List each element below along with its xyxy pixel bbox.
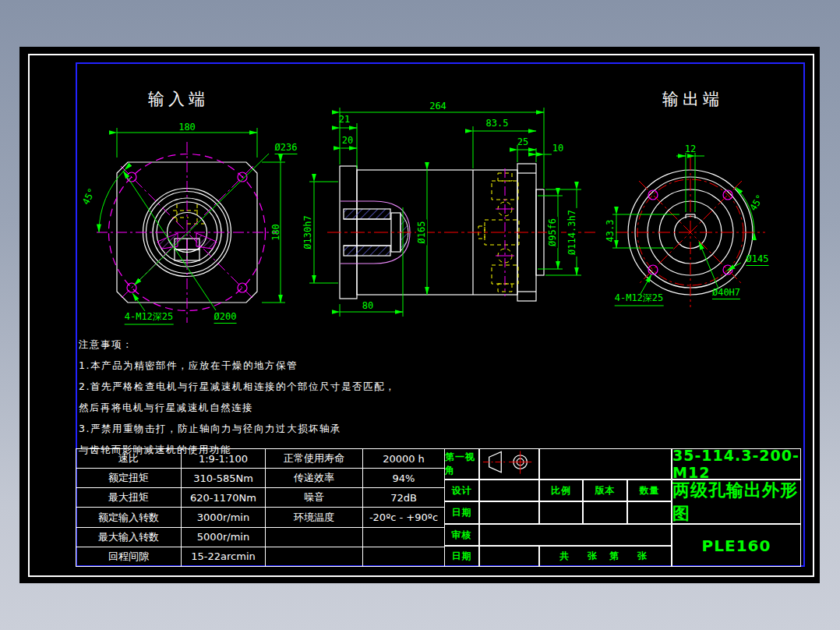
input-view-title: 输入端 — [148, 88, 209, 110]
dim-side-plate-thickness: 25 — [517, 136, 528, 147]
spec-table: 速比 1:9-1:100 正常使用寿命 20000 h 额定扭矩 310-585… — [76, 448, 445, 567]
model-number: PLE160 — [672, 524, 801, 567]
note-line: 1.本产品为精密部件，应放在干燥的地方保管 — [79, 355, 396, 376]
dim-output-key-width: 12 — [685, 143, 696, 154]
dim-output-flange-dia: Ø145 — [746, 253, 769, 266]
table-row: 额定扭矩 310-585Nm 传递效率 94% — [76, 469, 445, 488]
spec-label: 正常使用寿命 — [266, 449, 363, 469]
dim-side-hub-dia: Ø95f6 — [547, 217, 558, 248]
notes-block: 注意事项： 1.本产品为精密部件，应放在干燥的地方保管 2.首先严格检查电机与行… — [79, 334, 396, 460]
date-value-cell — [479, 501, 539, 524]
note-line: 3.严禁用重物击打，防止轴向力与径向力过大损坏轴承 — [79, 418, 396, 439]
audit-value-cell — [479, 524, 672, 546]
version-value-cell — [583, 501, 627, 524]
table-row: 最大输入转数 5000r/min — [76, 527, 445, 547]
date-label: 日期 — [444, 501, 479, 524]
dim-side-total-length: 264 — [429, 101, 446, 111]
title-block: 第一视角 35-114.3-200-M12 设计 比例 版本 数量 两级孔输出外… — [444, 448, 801, 567]
spec-value: 5000r/min — [182, 527, 266, 547]
spec-value: 620-1170Nm — [182, 488, 266, 508]
spec-value: 72dB — [363, 488, 445, 508]
spec-label: 噪音 — [266, 488, 363, 508]
spec-value — [363, 547, 445, 566]
dim-side-input-pilot-dia: Ø130h7 — [302, 215, 313, 249]
dim-side-bottom: 80 — [362, 300, 373, 311]
spec-label: 最大输入转数 — [76, 527, 182, 547]
spec-value — [363, 527, 445, 547]
dim-side-flange-thickness: 21 — [339, 114, 350, 125]
output-view-title: 输出端 — [662, 88, 723, 110]
dim-output-bore: Ø40H7 — [712, 287, 740, 299]
table-row: 回程间隙 15-22arcmin — [76, 547, 445, 566]
dim-side-spigot-dia: Ø114.3h7 — [566, 208, 577, 257]
design-value-cell — [479, 480, 539, 501]
date2-value-cell — [479, 546, 539, 567]
dim-side-output-section: 83.5 — [486, 118, 509, 129]
spec-value: 3000r/min — [182, 508, 266, 527]
dim-input-width: 180 — [178, 122, 196, 133]
spec-label — [266, 547, 363, 566]
drawing-title: 两级孔输出外形图 — [672, 480, 801, 524]
dim-input-holes: 4-M12深25 — [125, 310, 174, 325]
table-row: 速比 1:9-1:100 正常使用寿命 20000 h — [76, 449, 445, 469]
spec-value: 20000 h — [363, 449, 445, 469]
note-line: 然后再将电机与行星减速机自然连接 — [79, 397, 396, 418]
dim-input-height: 180 — [270, 224, 281, 241]
part-number: 35-114.3-200-M12 — [672, 448, 801, 480]
dim-input-bolt-circle: Ø200 — [214, 311, 237, 324]
scale-label: 比例 — [539, 480, 583, 501]
dim-side-body-dia: Ø165 — [416, 220, 427, 246]
table-row: 最大扭矩 620-1170Nm 噪音 72dB — [76, 488, 445, 508]
note-line: 2.首先严格检查电机与行星减速机相连接的个部位尺寸是否匹配， — [79, 376, 396, 397]
scale-value-cell — [539, 501, 583, 524]
cad-viewer-canvas: 输入端 输出端 180 180 Ø236 Ø200 45° 4-M12深25 2… — [0, 0, 840, 630]
dim-output-holes: 4-M12深25 — [615, 292, 664, 306]
spec-label: 速比 — [76, 449, 182, 469]
spec-label: 传递效率 — [266, 469, 363, 488]
title-block-empty-cell — [539, 448, 672, 480]
quantity-label: 数量 — [627, 480, 672, 501]
first-angle-label: 第一视角 — [444, 448, 479, 480]
spec-label: 回程间隙 — [76, 547, 182, 566]
dim-input-bolt-chamfer-circle: Ø236 — [275, 142, 298, 154]
spec-value: 15-22arcmin — [182, 547, 266, 566]
spec-value: 94% — [363, 469, 445, 488]
first-angle-projection-icon — [479, 448, 539, 480]
table-row: 额定输入转数 3000r/min 环境温度 -20ºc - +90ºc — [76, 508, 445, 527]
version-label: 版本 — [583, 480, 627, 501]
dim-side-pilot-step: 20 — [342, 135, 353, 146]
spec-label: 环境温度 — [266, 508, 363, 527]
spec-value: -20ºc - +90ºc — [363, 508, 445, 527]
dim-output-key-height: 43.3 — [605, 220, 616, 242]
spec-value: 1:9-1:100 — [182, 449, 266, 469]
notes-title: 注意事项： — [79, 334, 396, 355]
audit-label: 审核 — [444, 524, 479, 546]
spec-label — [266, 527, 363, 547]
sheet-count-label: 共 张 第 张 — [539, 546, 672, 567]
dim-side-pilot-length: 10 — [552, 143, 563, 154]
spec-label: 最大扭矩 — [76, 488, 182, 508]
quantity-value-cell — [627, 501, 672, 524]
spec-label: 额定输入转数 — [76, 508, 182, 527]
design-label: 设计 — [444, 480, 479, 501]
date2-label: 日期 — [444, 546, 479, 567]
spec-value: 310-585Nm — [182, 469, 266, 488]
spec-label: 额定扭矩 — [76, 469, 182, 488]
